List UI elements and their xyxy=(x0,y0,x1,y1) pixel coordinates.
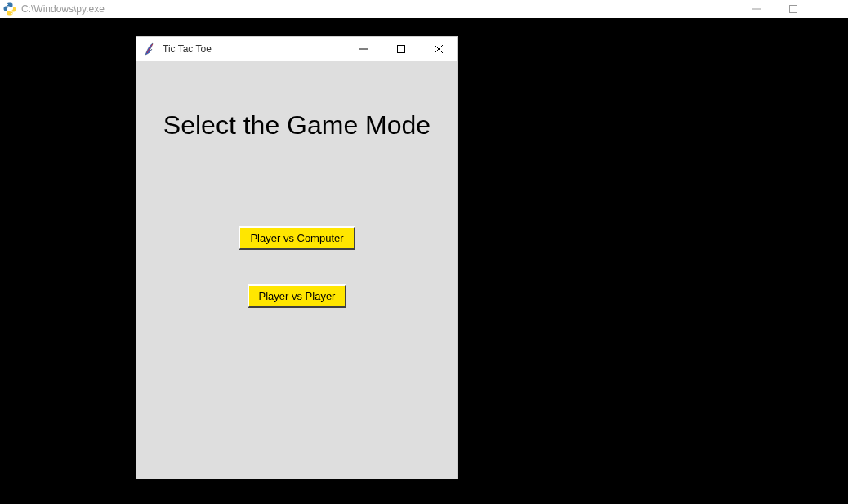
svg-rect-5 xyxy=(398,46,405,53)
tk-titlebar: Tic Tac Toe xyxy=(136,37,457,61)
tk-window: Tic Tac Toe Select the Game Mode xyxy=(136,36,458,479)
player-vs-computer-button[interactable]: Player vs Computer xyxy=(239,226,355,250)
svg-rect-3 xyxy=(789,6,797,13)
tk-maximize-button[interactable] xyxy=(382,37,420,61)
console-titlebar: C:\Windows\py.exe xyxy=(0,0,848,18)
python-launcher-icon xyxy=(3,2,16,16)
tk-close-button[interactable] xyxy=(420,37,457,61)
game-mode-heading: Select the Game Mode xyxy=(136,61,457,140)
player-vs-player-button[interactable]: Player vs Player xyxy=(248,284,347,308)
tk-title-text: Tic Tac Toe xyxy=(163,43,212,55)
tk-window-controls xyxy=(345,37,457,61)
svg-point-0 xyxy=(7,4,8,5)
console-window-controls xyxy=(738,0,848,18)
console-minimize-button[interactable] xyxy=(738,0,774,18)
button-area: Player vs Computer Player vs Player xyxy=(136,226,457,308)
console-title-text: C:\Windows\py.exe xyxy=(21,3,105,15)
svg-point-1 xyxy=(11,13,12,14)
tk-client-area: Select the Game Mode Player vs Computer … xyxy=(136,61,457,479)
console-maximize-button[interactable] xyxy=(774,0,811,18)
tk-feather-icon xyxy=(143,42,156,56)
console-client-area: Tic Tac Toe Select the Game Mode xyxy=(0,18,848,504)
tk-minimize-button[interactable] xyxy=(345,37,382,61)
